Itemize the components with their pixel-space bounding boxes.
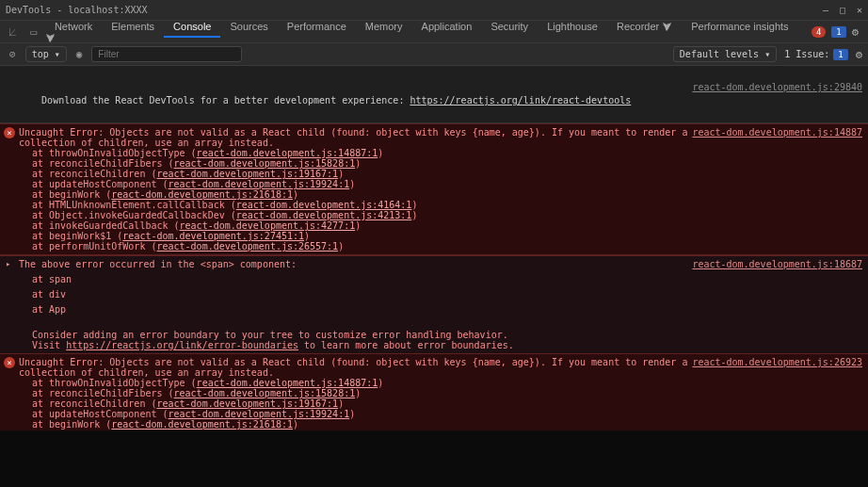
live-expression-icon[interactable]: ◉ — [72, 46, 87, 62]
source-link[interactable]: react-dom.development.js:18687 — [692, 259, 862, 269]
console-output: react-dom.development.js:29840 Download … — [0, 66, 868, 430]
source-link[interactable]: react-dom.development.js:21618:1 — [111, 419, 293, 430]
error-boundary-hint: Consider adding an error boundary to you… — [0, 317, 868, 353]
window-title: DevTools - localhost:XXXX — [6, 5, 148, 15]
source-link[interactable]: react-dom.development.js:26923 — [692, 357, 862, 367]
component-stack-line: at span — [0, 272, 868, 287]
inspect-icon[interactable]: ⟀ — [4, 25, 23, 39]
close-button[interactable]: ✕ — [857, 5, 862, 15]
console-settings-icon[interactable]: ⚙ — [856, 48, 862, 61]
source-link[interactable]: react-dom.development.js:14887 — [692, 127, 862, 138]
stack-frame: at updateHostComponent (react-dom.develo… — [19, 409, 862, 419]
stack-frame: at reconcileChildFibers (react-dom.devel… — [19, 158, 862, 169]
stack-frame: at beginWork (react-dom.development.js:2… — [19, 419, 862, 430]
stack-frame: at Object.invokeGuardedCallbackDev (reac… — [19, 210, 862, 220]
issues-count: 1 — [833, 49, 847, 60]
source-link[interactable]: react-dom.development.js:15828:1 — [174, 158, 356, 169]
tab-application[interactable]: Application — [412, 17, 482, 36]
source-link[interactable]: react-dom.development.js:4213:1 — [236, 210, 412, 220]
console-log-info: react-dom.development.js:29840 Download … — [0, 66, 868, 123]
error-message: Uncaught Error: Objects are not valid as… — [19, 357, 687, 378]
filter-input[interactable] — [91, 46, 242, 62]
source-link[interactable]: react-dom.development.js:4164:1 — [236, 200, 412, 210]
console-error-context: react-dom.development.js:18687 The above… — [0, 255, 868, 272]
tab-lighthouse[interactable]: Lighthouse — [538, 17, 607, 36]
log-levels-selector[interactable]: Default levels ▾ — [673, 46, 777, 62]
console-error: react-dom.development.js:26923 Uncaught … — [0, 353, 868, 430]
stack-frame: at beginWork$1 (react-dom.development.js… — [19, 231, 862, 241]
source-link[interactable]: react-dom.development.js:27426:1 — [122, 430, 304, 430]
tab-sources[interactable]: Sources — [220, 17, 277, 36]
device-icon[interactable]: ▭ — [24, 25, 43, 39]
stack-frame: at beginWork (react-dom.development.js:2… — [19, 189, 862, 200]
minimize-button[interactable]: — — [823, 5, 828, 15]
context-selector[interactable]: top ▾ — [25, 46, 67, 62]
devtools-tabbar: ⟀ ▭ NetworkElementsConsoleSourcesPerform… — [0, 21, 868, 43]
tab-performance[interactable]: Performance — [278, 17, 356, 36]
stack-frame: at HTMLUnknownElement.callCallback (reac… — [19, 200, 862, 210]
component-stack-line: at App — [0, 302, 868, 317]
source-link[interactable]: react-dom.development.js:26557:1 — [156, 241, 338, 252]
tab-elements[interactable]: Elements — [102, 17, 164, 36]
error-message: Uncaught Error: Objects are not valid as… — [19, 127, 687, 148]
info-count-badge[interactable]: 1 — [831, 26, 845, 38]
log-text: Download the React DevTools for a better… — [41, 95, 410, 106]
stack-frame: at reconcileChildren (react-dom.developm… — [19, 398, 862, 409]
stack-frame: at throwOnInvalidObjectType (react-dom.d… — [19, 148, 862, 158]
stack-frame: at beginWork$1 (react-dom.development.js… — [19, 430, 862, 430]
console-error: react-dom.development.js:14887 Uncaught … — [0, 123, 868, 255]
console-toolbar: ⊘ top ▾ ◉ Default levels ▾ 1 Issue: 1 ⚙ — [0, 43, 868, 66]
clear-console-button[interactable]: ⊘ — [6, 46, 20, 62]
source-link[interactable]: react-dom.development.js:4277:1 — [180, 220, 356, 231]
tab-console[interactable]: Console — [164, 17, 220, 38]
tab-memory[interactable]: Memory — [356, 17, 412, 36]
issues-label: 1 Issue: — [784, 49, 829, 59]
source-link[interactable]: react-dom.development.js:29840 — [683, 81, 862, 94]
console-input-area[interactable] — [0, 430, 868, 487]
maximize-button[interactable]: □ — [840, 5, 845, 15]
source-link[interactable]: react-dom.development.js:27451:1 — [122, 231, 304, 241]
source-link[interactable]: react-dom.development.js:19167:1 — [156, 398, 338, 409]
source-link[interactable]: react-dom.development.js:19924:1 — [169, 409, 350, 419]
stack-frame: at throwOnInvalidObjectType (react-dom.d… — [19, 378, 862, 388]
stack-frame: at invokeGuardedCallback (react-dom.deve… — [19, 220, 862, 231]
issues-pill[interactable]: 1 Issue: 1 — [784, 49, 848, 60]
tab-security[interactable]: Security — [481, 17, 538, 36]
stack-frame: at reconcileChildren (react-dom.developm… — [19, 169, 862, 179]
source-link[interactable]: react-dom.development.js:21618:1 — [111, 189, 293, 200]
tab-recorder-[interactable]: Recorder ⮟ — [607, 17, 682, 36]
error-boundary-link[interactable]: https://reactjs.org/link/error-boundarie… — [66, 340, 298, 350]
error-context-message: The above error occurred in the <span> c… — [19, 259, 297, 269]
source-link[interactable]: react-dom.development.js:19924:1 — [169, 179, 350, 189]
source-link[interactable]: react-dom.development.js:14887:1 — [197, 148, 378, 158]
source-link[interactable]: react-dom.development.js:14887:1 — [197, 378, 378, 388]
error-count-badge[interactable]: 4 — [812, 26, 826, 38]
component-stack-line: at div — [0, 287, 868, 302]
stack-frame: at reconcileChildFibers (react-dom.devel… — [19, 388, 862, 398]
stack-frame: at performUnitOfWork (react-dom.developm… — [19, 241, 862, 252]
gear-icon[interactable]: ⚙ — [852, 25, 859, 39]
source-link[interactable]: react-dom.development.js:19167:1 — [156, 169, 338, 179]
log-link[interactable]: https://reactjs.org/link/react-devtools — [410, 95, 631, 106]
source-link[interactable]: react-dom.development.js:15828:1 — [174, 388, 356, 398]
stack-frame: at updateHostComponent (react-dom.develo… — [19, 179, 862, 189]
